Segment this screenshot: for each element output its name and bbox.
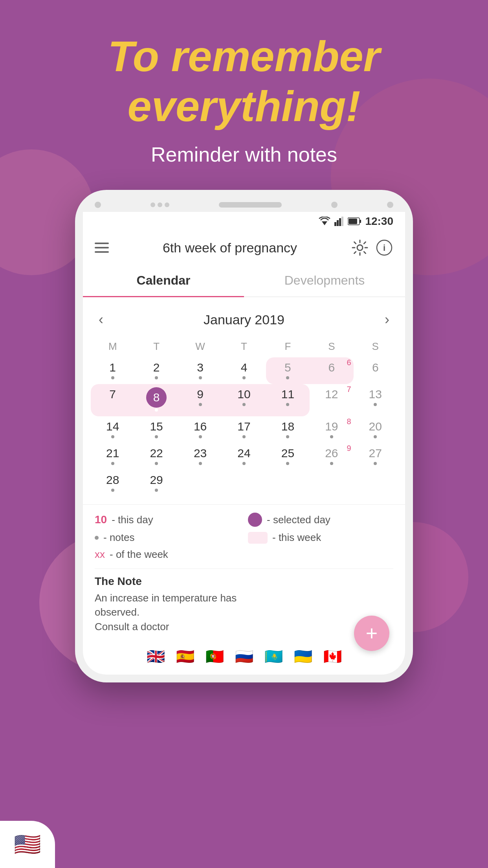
legend-week-num: xx - of the week (95, 548, 240, 561)
cal-empty-1 (178, 470, 222, 497)
flag-gb[interactable]: 🇬🇧 (147, 648, 165, 665)
cal-day-20[interactable]: 20 (354, 416, 397, 443)
legend-selected-day: - selected day (248, 513, 393, 527)
svg-marker-0 (322, 221, 327, 225)
flag-ca[interactable]: 🇨🇦 (323, 648, 342, 665)
settings-button[interactable] (351, 239, 369, 257)
cal-day-11[interactable]: 11 (266, 384, 310, 416)
cal-day-21[interactable]: 21 (91, 443, 134, 470)
cal-day-5[interactable]: 5 (266, 357, 310, 384)
day-header-thu: T (222, 338, 266, 355)
flag-kz[interactable]: 🇰🇿 (264, 648, 283, 665)
note-title: The Note (95, 575, 393, 588)
phone-sensors (150, 202, 169, 207)
cal-day-28[interactable]: 28 (91, 470, 134, 497)
cal-empty-5 (354, 470, 397, 497)
phone-camera-dot (95, 202, 101, 208)
cal-day-16[interactable]: 16 (178, 416, 222, 443)
svg-point-8 (357, 245, 363, 250)
cal-day-17[interactable]: 17 (222, 416, 266, 443)
cal-day-26[interactable]: 9 26 (310, 443, 353, 470)
cal-day-9[interactable]: 9 (178, 384, 222, 416)
cal-day-1[interactable]: 1 (91, 357, 134, 384)
flag-ua[interactable]: 🇺🇦 (294, 648, 312, 665)
battery-icon (348, 217, 361, 225)
cal-empty-3 (266, 470, 310, 497)
cal-day-24[interactable]: 24 (222, 443, 266, 470)
calendar-legend: 10 - this day - selected day - notes - t… (83, 504, 405, 565)
legend-this-day: 10 - this day (95, 513, 240, 527)
legend-notes: - notes (95, 531, 240, 544)
cal-empty-2 (222, 470, 266, 497)
cal-day-4[interactable]: 4 (222, 357, 266, 384)
phone-body: 12:30 6th week of pregnancy (75, 190, 413, 682)
cal-day-15[interactable]: 15 (134, 416, 178, 443)
info-icon: i (376, 239, 393, 256)
svg-rect-1 (334, 222, 336, 226)
day-header-mon: M (91, 338, 134, 355)
calendar-week-3: 14 15 16 17 18 8 19 20 (91, 416, 397, 443)
cal-day-14[interactable]: 14 (91, 416, 134, 443)
phone-sensor-dot (387, 202, 393, 208)
phone-mockup: 12:30 6th week of pregnancy (0, 190, 488, 682)
calendar-week-4: 21 22 23 24 25 9 26 27 (91, 443, 397, 470)
next-month-button[interactable]: › (381, 307, 393, 332)
cal-day-7[interactable]: 7 (91, 384, 134, 416)
calendar-nav: ‹ January 2019 › (91, 301, 397, 338)
cal-day-27[interactable]: 27 (354, 443, 397, 470)
note-text: An increase in temperature has observed.… (95, 591, 393, 634)
tab-calendar[interactable]: Calendar (83, 265, 244, 296)
tabs: Calendar Developments (83, 265, 405, 297)
flag-ru[interactable]: 🇷🇺 (235, 648, 253, 665)
hero-section: To remember everything! Reminder with no… (0, 0, 488, 166)
svg-rect-2 (337, 220, 339, 226)
svg-text:i: i (383, 243, 385, 253)
status-bar: 12:30 (83, 212, 405, 231)
legend-this-week: - this week (248, 531, 393, 544)
header-actions: i (351, 239, 393, 257)
cal-day-23[interactable]: 23 (178, 443, 222, 470)
cal-day-18[interactable]: 18 (266, 416, 310, 443)
tab-developments[interactable]: Developments (244, 265, 405, 296)
cal-day-25[interactable]: 25 (266, 443, 310, 470)
gear-icon (352, 239, 368, 256)
flag-es[interactable]: 🇪🇸 (176, 648, 194, 665)
prev-month-button[interactable]: ‹ (95, 307, 107, 332)
cal-day-10[interactable]: 10 (222, 384, 266, 416)
wifi-icon (319, 217, 330, 226)
calendar-week-1: 1 2 3 4 5 6 6 6 (91, 357, 397, 384)
calendar: ‹ January 2019 › M T W T F S S 1 2 3 4 5 (83, 297, 405, 504)
flag-pt[interactable]: 🇵🇹 (205, 648, 224, 665)
day-headers: M T W T F S S (91, 338, 397, 355)
flags-bar: 🇬🇧 🇪🇸 🇵🇹 🇷🇺 🇰🇿 🇺🇦 🇨🇦 (83, 642, 405, 675)
divider (95, 568, 393, 569)
svg-rect-3 (339, 218, 341, 226)
cal-day-6-sat[interactable]: 6 6 (310, 357, 353, 384)
calendar-month-label: January 2019 (204, 312, 284, 327)
cal-day-6-sun[interactable]: 6 (354, 357, 397, 384)
cal-day-2[interactable]: 2 (134, 357, 178, 384)
cal-day-8[interactable]: 8 (134, 384, 178, 416)
info-button[interactable]: i (375, 239, 393, 257)
cal-day-22[interactable]: 22 (134, 443, 178, 470)
day-header-fri: F (266, 338, 310, 355)
day-header-wed: W (178, 338, 222, 355)
cal-day-12[interactable]: 7 12 (310, 384, 353, 416)
calendar-week-2: 7 8 9 10 11 7 12 13 (91, 384, 397, 416)
bottom-flag-us[interactable]: 🇺🇸 (0, 821, 55, 868)
phone-front-camera (331, 202, 338, 208)
phone-top-bar (83, 202, 405, 212)
svg-rect-7 (349, 219, 357, 224)
add-note-fab[interactable]: + (354, 616, 389, 651)
cal-day-29[interactable]: 29 (134, 470, 178, 497)
signal-icon (334, 217, 344, 226)
hero-subtitle: Reminder with notes (0, 143, 488, 166)
app-title: 6th week of pregnancy (117, 240, 343, 256)
cal-day-13[interactable]: 13 (354, 384, 397, 416)
phone-speaker (219, 202, 282, 208)
cal-day-19[interactable]: 8 19 (310, 416, 353, 443)
svg-rect-4 (341, 217, 343, 226)
hamburger-menu[interactable] (95, 243, 109, 253)
cal-day-3[interactable]: 3 (178, 357, 222, 384)
svg-rect-6 (360, 220, 361, 223)
